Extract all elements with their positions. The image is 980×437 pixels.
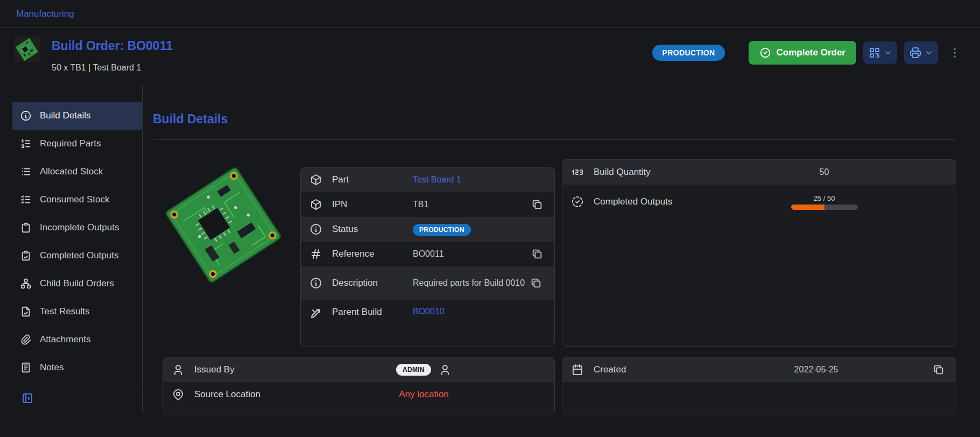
detail-label: Issued By <box>194 364 302 375</box>
copy-icon <box>531 199 543 210</box>
copy-button[interactable] <box>530 196 546 213</box>
detail-value: PRODUCTION <box>413 224 546 234</box>
hash-icon <box>309 248 322 260</box>
section-title: Build Details <box>153 112 956 126</box>
map-pin-icon <box>172 388 185 401</box>
list-icon <box>20 166 32 178</box>
barcode-actions-button[interactable] <box>863 41 897 64</box>
sidebar-footer <box>12 385 142 413</box>
dots-vertical-icon <box>948 46 961 59</box>
sidebar-item-label: Consumed Stock <box>40 194 109 205</box>
package-icon <box>309 198 322 211</box>
detail-label: Reference <box>332 249 413 259</box>
sidebar-item-child-build-orders[interactable]: Child Build Orders <box>12 270 142 298</box>
section-divider <box>153 139 956 140</box>
created-card: Created 2022-05-25 <box>562 357 956 414</box>
sidebar-item-label: Completed Outputs <box>40 250 118 261</box>
detail-label: Description <box>332 278 413 288</box>
sidebar-item-attachments[interactable]: Attachments <box>12 326 142 354</box>
paperclip-icon <box>20 334 32 346</box>
collapse-sidebar-button[interactable] <box>21 392 34 405</box>
breadcrumb-bar: Manufacturing <box>0 0 980 28</box>
detail-label: Created <box>594 364 701 375</box>
build-details-card: Part Test Board 1 IPN TB1 Status PRODUCT… <box>300 167 555 347</box>
part-link[interactable]: Test Board 1 <box>413 175 546 185</box>
progress-check-icon <box>571 195 584 208</box>
sidebar-item-notes[interactable]: Notes <box>12 354 142 382</box>
sidebar-item-label: Attachments <box>40 334 91 345</box>
copy-icon <box>530 277 542 289</box>
notes-icon <box>20 362 32 373</box>
more-actions-button[interactable] <box>946 41 964 64</box>
completed-outputs-row: Completed Outputs 25 / 50 <box>562 185 956 219</box>
detail-label: Build Quantity <box>594 167 701 178</box>
breadcrumb[interactable]: Manufacturing <box>16 9 74 19</box>
info-circle-icon <box>20 110 32 122</box>
circle-check-icon <box>759 47 771 59</box>
detail-row-parent-build: Parent Build BO0010 <box>301 300 554 347</box>
detail-label: Part <box>332 174 413 185</box>
copy-button[interactable] <box>931 362 947 378</box>
detail-row-reference: Reference BO0011 <box>301 242 554 266</box>
progress-bar <box>791 205 858 210</box>
user-icon <box>172 363 185 376</box>
calendar-icon <box>571 363 584 376</box>
issued-card: Issued By ADMIN Source Location Any loca… <box>163 357 555 414</box>
detail-row-ipn: IPN TB1 <box>301 192 554 217</box>
detail-row-part: Part Test Board 1 <box>301 167 554 192</box>
numbers-123-icon <box>571 166 584 179</box>
sidebar-item-allocated-stock[interactable]: Allocated Stock <box>12 158 142 186</box>
sidebar-item-test-results[interactable]: Test Results <box>12 298 142 326</box>
detail-label: Parent Build <box>332 307 413 318</box>
created-row: Created 2022-05-25 <box>562 357 956 382</box>
value-region: 2022-05-25 <box>701 365 931 375</box>
copy-button[interactable] <box>530 246 546 262</box>
user-icon <box>439 363 452 376</box>
sidebar-item-label: Notes <box>40 362 64 373</box>
sidebar-item-build-details[interactable]: Build Details <box>12 102 142 130</box>
package-icon <box>309 173 322 186</box>
value-region: 50 <box>701 167 947 177</box>
print-actions-button[interactable] <box>904 41 938 64</box>
production-status-badge: PRODUCTION <box>413 224 471 236</box>
content: Build Details Required Parts Allocated S… <box>0 84 980 414</box>
collapse-sidebar-icon <box>21 392 34 405</box>
sitemap-icon <box>20 278 32 290</box>
info-circle-icon <box>309 223 322 236</box>
complete-order-button[interactable]: Complete Order <box>749 41 856 65</box>
detail-label: Source Location <box>194 389 302 400</box>
page-header: Build Order: BO0011 50 x TB1 | Test Boar… <box>0 28 980 84</box>
app-root: Manufacturing Build Order: BO0011 50 x T… <box>0 0 980 414</box>
progress-widget: 25 / 50 <box>791 194 858 210</box>
complete-order-label: Complete Order <box>777 47 845 58</box>
pcb-thumbnail-image <box>14 37 40 62</box>
sidebar-item-consumed-stock[interactable]: Consumed Stock <box>12 186 142 214</box>
part-image[interactable] <box>158 159 289 291</box>
qrcode-icon <box>868 46 881 59</box>
sidebar-item-incomplete-outputs[interactable]: Incomplete Outputs <box>12 214 142 242</box>
page-subtitle: 50 x TB1 | Test Board 1 <box>52 63 173 73</box>
copy-button[interactable] <box>528 275 545 291</box>
copy-icon <box>531 248 543 260</box>
value-region: 25 / 50 <box>701 194 947 210</box>
detail-value: TB1 <box>413 200 530 209</box>
header-left: Build Order: BO0011 50 x TB1 | Test Boar… <box>14 37 173 73</box>
sidebar-item-label: Child Build Orders <box>40 278 114 289</box>
detail-label: IPN <box>332 199 413 210</box>
detail-value: BO0011 <box>413 249 530 259</box>
value-region: Any location <box>302 389 546 400</box>
sidebar-item-completed-outputs[interactable]: Completed Outputs <box>12 242 142 270</box>
sidebar-item-label: Build Details <box>40 110 91 121</box>
progress-text: 25 / 50 <box>814 194 835 202</box>
progress-fill <box>791 205 824 210</box>
list-check-icon <box>20 194 32 206</box>
sidebar-item-required-parts[interactable]: Required Parts <box>12 130 142 158</box>
parent-build-link[interactable]: BO0010 <box>413 307 546 316</box>
info-circle-icon <box>309 277 322 290</box>
detail-label: Status <box>332 224 413 235</box>
header-actions: PRODUCTION Complete Order <box>652 41 964 65</box>
sidebar-item-label: Allocated Stock <box>40 166 103 177</box>
build-quantity-row: Build Quantity 50 <box>562 160 956 185</box>
part-thumbnail[interactable] <box>14 37 40 62</box>
list-numbers-icon <box>20 138 32 150</box>
